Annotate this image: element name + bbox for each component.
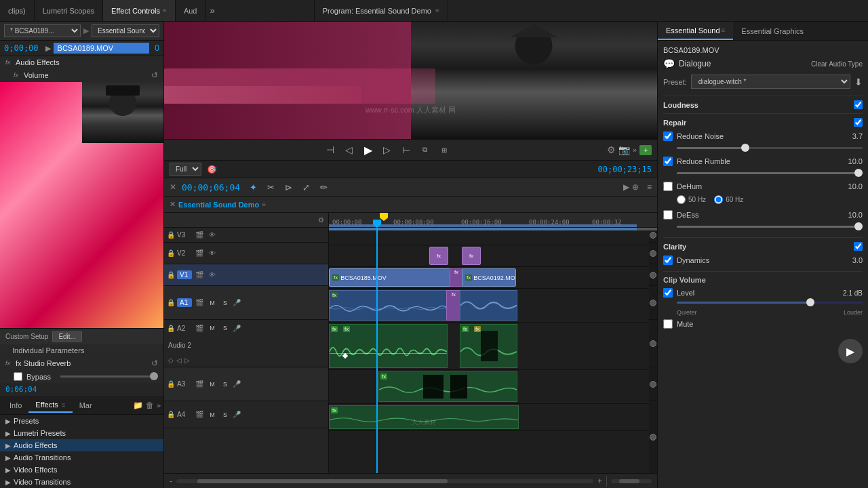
track-v2-visible[interactable]: 🎬 bbox=[194, 248, 205, 259]
tab-mar[interactable]: Mar bbox=[73, 399, 99, 412]
effects-tab-menu[interactable]: ≡ bbox=[62, 401, 66, 409]
track-a2-m[interactable]: M bbox=[207, 323, 218, 333]
timeline-play-btn[interactable]: ▶ bbox=[623, 182, 629, 192]
deess-checkbox[interactable] bbox=[663, 210, 673, 220]
level-thumb[interactable] bbox=[806, 298, 814, 306]
vertical-scrollbar[interactable] bbox=[611, 479, 652, 483]
v1-clip-2[interactable]: fx BCSA0192.MO... bbox=[462, 268, 516, 287]
pen-tool[interactable]: ✏ bbox=[316, 180, 331, 195]
more-tabs-btn[interactable]: » bbox=[205, 5, 218, 16]
audio-effects-section[interactable]: ▶ Audio Effects bbox=[0, 439, 163, 451]
safe-margin-btn[interactable]: ⊞ bbox=[437, 142, 452, 157]
more-controls-icon[interactable]: » bbox=[633, 146, 637, 154]
tab-essential-graphics[interactable]: Essential Graphics bbox=[733, 22, 812, 40]
lock-a1[interactable]: 🔒 bbox=[167, 299, 175, 306]
close-sequence-btn[interactable]: ✕ bbox=[170, 200, 176, 209]
play-stop-btn[interactable]: ▶ bbox=[361, 142, 376, 157]
track-a2-s[interactable]: S bbox=[220, 323, 231, 333]
lock-a2[interactable]: 🔒 bbox=[167, 325, 175, 332]
lock-v1[interactable]: 🔒 bbox=[167, 271, 175, 279]
track-a1-record[interactable]: 🎬 bbox=[194, 298, 205, 308]
v2-clip-2[interactable]: fx bbox=[462, 247, 481, 265]
a2-clip-1[interactable]: fx fx bbox=[329, 324, 448, 368]
track-v3-visible[interactable]: 🎬 bbox=[194, 230, 205, 241]
quality-icon[interactable]: 🎯 bbox=[207, 165, 217, 174]
freq-50-radio[interactable] bbox=[677, 195, 686, 204]
program-monitor-menu-icon[interactable]: ≡ bbox=[435, 7, 439, 14]
go-to-in-btn[interactable]: ⊣ bbox=[323, 142, 338, 157]
go-to-out-btn[interactable]: ⊢ bbox=[399, 142, 414, 157]
loop-btn[interactable]: ⧉ bbox=[418, 142, 433, 157]
mute-checkbox[interactable] bbox=[663, 319, 673, 329]
reduce-noise-slider[interactable] bbox=[677, 147, 863, 149]
a1-transition[interactable]: fx bbox=[446, 290, 461, 321]
tab-effects[interactable]: Effects ≡ bbox=[28, 398, 72, 413]
step-fwd-btn[interactable]: ▷ bbox=[380, 142, 395, 157]
tab-clips[interactable]: clips) bbox=[0, 0, 35, 21]
freq-60-radio[interactable] bbox=[714, 195, 723, 204]
reduce-rumble-thumb[interactable] bbox=[854, 169, 863, 177]
a4-clip-1[interactable]: fx 人人素材 bbox=[329, 405, 519, 429]
effects-more-icon[interactable]: » bbox=[157, 401, 161, 409]
lock-a4[interactable]: 🔒 bbox=[167, 411, 175, 418]
effects-new-bin-icon[interactable]: 📁 bbox=[133, 401, 143, 410]
track-a4-m[interactable]: M bbox=[207, 409, 218, 420]
settings-icon[interactable]: ⚙ bbox=[607, 144, 616, 155]
zoom-in-icon[interactable]: + bbox=[597, 476, 602, 486]
track-a4-s[interactable]: S bbox=[220, 409, 231, 420]
track-a2-mic[interactable]: 🎤 bbox=[233, 325, 241, 332]
effectcontrols-menu-icon[interactable]: ≡ bbox=[163, 7, 167, 14]
track-v2-eye[interactable]: 👁 bbox=[207, 248, 218, 259]
selection-tool[interactable]: ✦ bbox=[245, 180, 260, 195]
audio-transitions-section[interactable]: ▶ Audio Transitions bbox=[0, 451, 163, 464]
preset-dropdown[interactable]: dialogue-witch * bbox=[691, 75, 850, 89]
reduce-noise-checkbox[interactable] bbox=[663, 131, 673, 141]
track-a3-mic[interactable]: 🎤 bbox=[233, 380, 241, 388]
razor-tool[interactable]: ✂ bbox=[263, 180, 278, 195]
deess-slider[interactable] bbox=[677, 226, 863, 228]
clip-dropdown[interactable]: * BCSA0189... bbox=[4, 24, 81, 37]
ripple-tool[interactable]: ⤢ bbox=[298, 180, 313, 195]
a2-keyframe-icon[interactable]: ◇ bbox=[168, 357, 174, 364]
add-button[interactable]: + bbox=[639, 145, 652, 155]
a2-prev-key[interactable]: ◁ bbox=[176, 357, 182, 364]
track-a3-m[interactable]: M bbox=[207, 379, 218, 390]
a1-clip-1[interactable]: fx bbox=[329, 290, 448, 321]
lumetri-presets-section[interactable]: ▶ Lumetri Presets bbox=[0, 427, 163, 439]
preset-save-icon[interactable]: ⬇ bbox=[854, 77, 863, 87]
track-a1-mic[interactable]: 🎤 bbox=[233, 299, 241, 306]
track-v3-eye[interactable]: 👁 bbox=[207, 230, 218, 241]
tab-aud[interactable]: Aud bbox=[176, 0, 206, 21]
dynamics-checkbox[interactable] bbox=[663, 256, 673, 265]
playhead[interactable] bbox=[376, 228, 378, 473]
sequence-dropdown[interactable]: Essential Sound ... bbox=[92, 24, 159, 37]
v1-transition-1[interactable]: fx bbox=[450, 268, 463, 287]
step-back-btn[interactable]: ◁ bbox=[342, 142, 357, 157]
tab-program-monitor[interactable]: Program: Essential Sound Demo ≡ bbox=[314, 0, 448, 21]
a2-clip-2[interactable]: fx fx bbox=[460, 324, 517, 368]
timeline-add-mark-btn[interactable]: ⊕ bbox=[632, 182, 639, 192]
lock-v2[interactable]: 🔒 bbox=[167, 249, 175, 257]
clarity-checkbox[interactable] bbox=[854, 242, 863, 251]
track-v1-eye[interactable]: 👁 bbox=[207, 270, 218, 281]
tab-essential-sound[interactable]: Essential Sound ≡ bbox=[658, 22, 733, 40]
tab-lumetri[interactable]: Lumetri Scopes bbox=[35, 0, 103, 21]
bypass-slider[interactable] bbox=[60, 375, 158, 378]
settings-btn[interactable]: ⚙ bbox=[318, 216, 324, 224]
reduce-rumble-checkbox[interactable] bbox=[663, 157, 673, 166]
camera-icon[interactable]: 📷 bbox=[618, 144, 630, 155]
level-slider[interactable] bbox=[677, 302, 863, 304]
track-a2-record[interactable]: 🎬 bbox=[194, 323, 205, 333]
timeline-menu-icon[interactable]: ≡ bbox=[647, 182, 652, 192]
zoom-out-icon[interactable]: - bbox=[170, 476, 172, 486]
a2-next-key[interactable]: ▷ bbox=[184, 357, 190, 364]
effects-delete-icon[interactable]: 🗑 bbox=[146, 401, 154, 410]
tab-effectcontrols[interactable]: Effect Controls ≡ bbox=[103, 0, 176, 21]
clear-audio-btn[interactable]: Clear Audio Type bbox=[811, 60, 863, 68]
track-select-tool[interactable]: ⊳ bbox=[281, 180, 296, 195]
dehum-checkbox[interactable] bbox=[663, 182, 673, 191]
track-a4-mic[interactable]: 🎤 bbox=[233, 411, 241, 418]
track-a3-s[interactable]: S bbox=[220, 379, 231, 390]
v2-clip-1[interactable]: fx bbox=[429, 247, 448, 265]
timeline-tracks[interactable]: 00;00;00 00;00;08;00 00;00;16;00 00;00;2… bbox=[329, 213, 657, 473]
